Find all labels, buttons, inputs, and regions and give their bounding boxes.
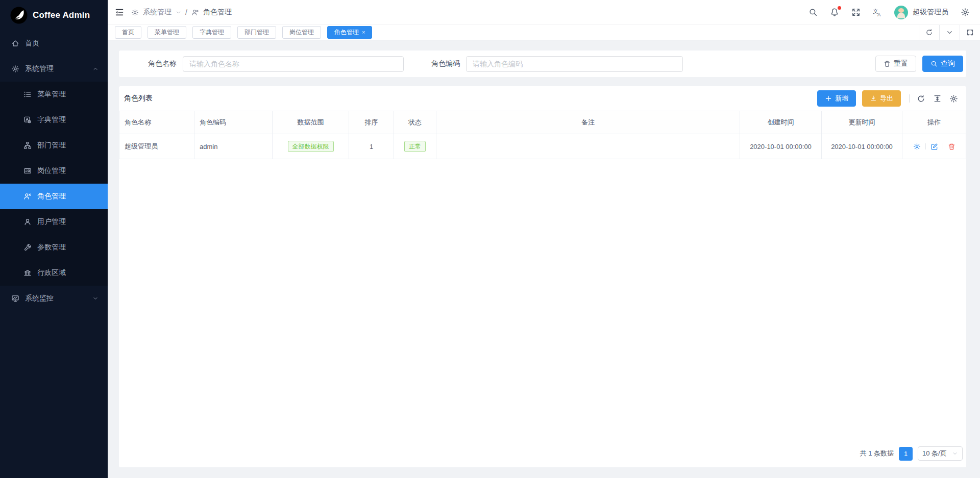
settings-gear-icon[interactable]	[961, 8, 970, 17]
dictionary-icon	[23, 116, 32, 124]
tab-label: 字典管理	[200, 28, 224, 37]
bank-icon	[23, 269, 32, 277]
row-height-icon[interactable]	[933, 94, 942, 103]
col-remark: 备注	[436, 111, 740, 134]
export-button[interactable]: 导出	[862, 90, 901, 107]
role-code-input[interactable]	[466, 56, 683, 72]
add-button[interactable]: 新增	[817, 90, 856, 107]
tab-refresh-button[interactable]	[919, 25, 939, 40]
sidebar-item-menu-mgmt[interactable]: 菜单管理	[0, 82, 108, 107]
sidebar-item-region-mgmt[interactable]: 行政区域	[0, 260, 108, 286]
sidebar-item-label: 字典管理	[37, 115, 66, 124]
tab-maximize-button[interactable]	[960, 25, 980, 40]
logo: Coffee Admin	[0, 0, 108, 31]
sidebar-item-label: 首页	[25, 39, 39, 48]
page-size-select[interactable]: 10 条/页	[918, 446, 963, 461]
sidebar-item-label: 行政区域	[37, 268, 66, 278]
row-delete-trash-icon[interactable]	[948, 143, 955, 150]
sidebar-item-param-mgmt[interactable]: 参数管理	[0, 235, 108, 260]
role-table: 角色名称 角色编码 数据范围 排序 状态 备注 创建时间 更新时间 操作	[119, 111, 966, 159]
tab-dept-mgmt[interactable]: 部门管理	[237, 26, 276, 39]
tab-close-icon[interactable]: ×	[362, 30, 365, 35]
status-badge: 正常	[404, 141, 426, 153]
monitor-chart-icon	[11, 294, 19, 303]
tab-role-mgmt[interactable]: 角色管理 ×	[327, 26, 372, 39]
tab-dropdown-button[interactable]	[939, 25, 960, 40]
notification-bell[interactable]	[830, 8, 839, 17]
column-settings-gear-icon[interactable]	[949, 94, 958, 103]
home-icon	[11, 39, 19, 47]
table-header-row: 角色名称 角色编码 数据范围 排序 状态 备注 创建时间 更新时间 操作	[119, 111, 966, 134]
notification-dot	[838, 6, 841, 10]
sidebar: Coffee Admin 首页 系统管理	[0, 0, 108, 478]
page-content: 角色名称 角色编码 重置 查询	[108, 40, 980, 478]
filter-panel: 角色名称 角色编码 重置 查询	[119, 51, 966, 77]
breadcrumb-parent[interactable]: 系统管理	[143, 8, 172, 17]
sidebar-group-system[interactable]: 系统管理	[0, 56, 108, 82]
search-icon[interactable]	[808, 8, 818, 17]
role-name-input[interactable]	[183, 56, 404, 72]
search-button[interactable]: 查询	[922, 56, 963, 72]
role-name-label: 角色名称	[148, 59, 177, 68]
cell-role-code: admin	[194, 134, 273, 159]
header-actions: 文 A 超级管理员	[808, 6, 970, 19]
sidebar-item-label: 岗位管理	[37, 166, 66, 175]
pagination-page-1[interactable]: 1	[899, 447, 913, 461]
sidebar-item-label: 参数管理	[37, 243, 66, 252]
pagination-total: 共 1 条数据	[860, 449, 894, 458]
gear-icon	[131, 9, 139, 16]
cell-actions	[902, 134, 966, 159]
col-sort: 排序	[349, 111, 394, 134]
tab-home[interactable]: 首页	[115, 26, 141, 39]
filter-actions: 重置 查询	[875, 56, 963, 72]
col-role-name: 角色名称	[119, 111, 194, 134]
sidebar-item-label: 部门管理	[37, 141, 66, 150]
sidebar-group-monitor[interactable]: 系统监控	[0, 286, 108, 311]
sidebar-item-user-mgmt[interactable]: 用户管理	[0, 209, 108, 235]
svg-text:A: A	[877, 12, 881, 17]
role-code-group: 角色编码	[431, 56, 683, 72]
user-menu[interactable]: 超级管理员	[894, 6, 948, 19]
plus-icon	[825, 95, 832, 102]
cell-status: 正常	[394, 134, 436, 159]
toolbar-divider	[909, 94, 910, 103]
tab-dict-mgmt[interactable]: 字典管理	[192, 26, 231, 39]
sidebar-item-dict-mgmt[interactable]: 字典管理	[0, 107, 108, 133]
translate-icon[interactable]: 文 A	[873, 8, 882, 17]
add-label: 新增	[835, 94, 848, 103]
top-header: 系统管理 / 角色管理	[108, 0, 980, 25]
sidebar-item-home[interactable]: 首页	[0, 31, 108, 56]
col-created: 创建时间	[740, 111, 822, 134]
reset-button[interactable]: 重置	[875, 56, 916, 72]
refresh-icon	[925, 29, 933, 36]
role-people-icon	[23, 192, 32, 200]
sidebar-collapse-icon[interactable]	[115, 8, 124, 17]
row-permission-gear-icon[interactable]	[913, 143, 921, 150]
list-icon	[23, 90, 32, 98]
app-title: Coffee Admin	[33, 10, 90, 20]
action-divider	[925, 143, 926, 149]
tab-label: 岗位管理	[289, 28, 314, 37]
sidebar-item-post-mgmt[interactable]: 岗位管理	[0, 158, 108, 184]
row-edit-icon[interactable]	[930, 143, 938, 150]
cell-updated: 2020-10-01 00:00:00	[822, 134, 902, 159]
sidebar-menu: 首页 系统管理 菜单管理	[0, 31, 108, 311]
chevron-down-icon	[946, 29, 953, 36]
sidebar-item-role-mgmt[interactable]: 角色管理	[0, 184, 108, 209]
tab-label: 菜单管理	[155, 28, 179, 37]
role-list-panel: 角色列表 新增 导出	[119, 86, 966, 467]
gear-icon	[11, 65, 19, 73]
main-area: 系统管理 / 角色管理	[108, 0, 980, 478]
chevron-down-icon	[176, 10, 181, 15]
wrench-icon	[23, 243, 32, 251]
breadcrumb-separator: /	[185, 8, 187, 16]
refresh-icon[interactable]	[917, 94, 925, 103]
fullscreen-expand-icon[interactable]	[851, 8, 861, 17]
cell-remark	[436, 134, 740, 159]
chevron-down-icon	[92, 295, 99, 301]
tab-post-mgmt[interactable]: 岗位管理	[282, 26, 321, 39]
sidebar-item-label: 角色管理	[37, 192, 66, 201]
tab-menu-mgmt[interactable]: 菜单管理	[148, 26, 186, 39]
sidebar-item-dept-mgmt[interactable]: 部门管理	[0, 133, 108, 158]
chevron-up-icon	[92, 66, 99, 72]
